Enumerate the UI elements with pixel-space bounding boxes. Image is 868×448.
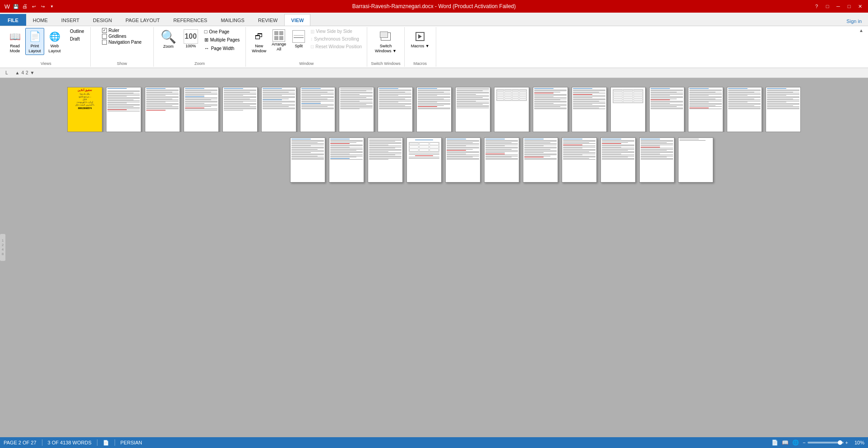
save-button[interactable]: 💾	[12, 2, 20, 10]
tab-mailings[interactable]: MAILINGS	[214, 14, 251, 26]
view-side-by-side-button[interactable]: ▥ View Side by Side	[309, 28, 363, 35]
status-sep-3	[115, 439, 115, 446]
page-thumb-28[interactable]	[600, 137, 636, 183]
page-thumb-3[interactable]	[145, 87, 180, 132]
page-26-content	[523, 138, 558, 160]
quick-access-toolbar: W 💾 🖨 ↩ ↪ ▼	[4, 2, 56, 10]
reset-window-button[interactable]: ⊡ Reset Window Position	[309, 43, 363, 50]
tab-home[interactable]: HOME	[26, 14, 55, 26]
page-thumb-1[interactable]: تحقیق آنلاین بانک داده‌هامرجع دانلود...ف…	[67, 87, 102, 132]
macros-group-label: Macros	[413, 60, 427, 66]
zoom-slider-container: − +	[803, 440, 848, 445]
page-thumb-16[interactable]	[649, 87, 684, 132]
page-9-content	[378, 87, 412, 110]
zoom-button[interactable]: 🔍 Zoom	[157, 28, 180, 50]
gridlines-checkbox[interactable]: Gridlines	[102, 34, 141, 39]
ruler-label: Ruler	[108, 28, 119, 33]
close-button[interactable]: ✕	[855, 2, 864, 10]
ribbon-display-button[interactable]: □	[823, 2, 832, 10]
arrange-all-button[interactable]: ArrangeAll	[269, 28, 288, 53]
zoom-100-button[interactable]: 100 100%	[180, 28, 201, 50]
nav-pane-checkbox[interactable]: Navigation Pane	[102, 40, 141, 45]
page-thumb-25[interactable]	[484, 137, 519, 183]
zoom-level[interactable]: 10%	[852, 440, 864, 445]
page-thumb-7[interactable]	[300, 87, 335, 132]
zoom-slider[interactable]	[808, 442, 844, 443]
page-thumb-4[interactable]	[184, 87, 219, 132]
minimize-button[interactable]: ─	[834, 2, 843, 10]
print-view-btn[interactable]: 📄	[771, 439, 778, 446]
new-window-button[interactable]: 🗗 NewWindow	[249, 28, 268, 55]
page-thumb-6[interactable]	[261, 87, 296, 132]
page-30-content	[679, 138, 713, 142]
macros-button[interactable]: Macros ▼	[409, 28, 432, 50]
page-thumb-13[interactable]	[533, 87, 568, 132]
page-thumb-22[interactable]	[368, 137, 403, 183]
zoom-out-btn[interactable]: −	[803, 440, 805, 445]
page-thumb-8[interactable]	[339, 87, 374, 132]
outline-button[interactable]: Outline	[65, 28, 87, 35]
nav-pane-label: Navigation Pane	[108, 40, 141, 45]
page-thumb-2[interactable]	[106, 87, 141, 132]
read-mode-button[interactable]: 📖 ReadMode	[5, 28, 24, 55]
page-thumb-14[interactable]	[572, 87, 607, 132]
zoom-in-btn[interactable]: +	[845, 440, 848, 445]
tab-file[interactable]: FILE	[0, 14, 26, 26]
web-layout-button[interactable]: 🌐 WebLayout	[45, 28, 64, 55]
page-thumb-17[interactable]	[688, 87, 723, 132]
redo-button[interactable]: ↪	[39, 2, 47, 10]
page-thumb-27[interactable]	[562, 137, 597, 183]
one-page-button[interactable]: □ One Page	[202, 28, 242, 35]
page-thumb-10[interactable]	[416, 87, 452, 132]
show-items: Ruler Gridlines Navigation Pane	[102, 28, 141, 60]
page-info: PAGE 2 OF 27	[4, 440, 37, 445]
page-thumb-11[interactable]	[455, 87, 490, 132]
page-thumb-19[interactable]	[766, 87, 801, 132]
tab-references[interactable]: REFERENCES	[166, 14, 214, 26]
page-thumb-9[interactable]	[378, 87, 413, 132]
print-layout-button[interactable]: 📄 PrintLayout	[25, 28, 44, 55]
qa-dropdown[interactable]: ▼	[48, 2, 56, 10]
page-width-button[interactable]: ↔ Page Width	[202, 45, 242, 52]
web-view-btn[interactable]: 🌐	[792, 439, 799, 446]
tab-pagelayout[interactable]: PAGE LAYOUT	[119, 14, 166, 26]
tab-design[interactable]: DESIGN	[86, 14, 119, 26]
page-nav-up[interactable]: ▲	[15, 70, 20, 75]
switch-items: SwitchWindows ▼	[373, 28, 399, 60]
signin-button[interactable]: Sign in	[840, 17, 868, 26]
page-thumb-29[interactable]	[639, 137, 674, 183]
split-button[interactable]: Split	[289, 28, 308, 50]
tab-view[interactable]: VIEW	[284, 14, 310, 26]
page-thumb-18[interactable]	[727, 87, 762, 132]
page-thumb-30[interactable]	[678, 137, 713, 183]
page-thumb-23[interactable]	[406, 137, 442, 183]
page-thumb-24[interactable]	[445, 137, 480, 183]
multiple-pages-button[interactable]: ⊞ Multiple Pages	[202, 36, 242, 44]
help-button[interactable]: ?	[812, 2, 821, 10]
page-thumb-20[interactable]	[290, 137, 325, 183]
ribbon-collapse-button[interactable]: ▲	[856, 27, 866, 67]
page-thumb-5[interactable]	[222, 87, 258, 132]
page-20-content	[291, 138, 325, 160]
page-thumb-15[interactable]	[610, 87, 646, 132]
tab-insert[interactable]: INSERT	[55, 14, 86, 26]
page-thumb-12[interactable]	[494, 87, 529, 132]
tab-review[interactable]: REVIEW	[251, 14, 284, 26]
switch-windows-button[interactable]: SwitchWindows ▼	[373, 28, 399, 55]
sync-scrolling-button[interactable]: ↕ Synchronous Scrolling	[309, 36, 363, 42]
sync-scrolling-label: Synchronous Scrolling	[314, 37, 359, 41]
page-24-content	[446, 138, 480, 160]
print-button[interactable]: 🖨	[21, 2, 29, 10]
read-view-btn[interactable]: 📖	[782, 439, 789, 446]
undo-button[interactable]: ↩	[30, 2, 38, 10]
page-thumb-21[interactable]	[329, 137, 364, 183]
ruler-checkbox[interactable]: Ruler	[102, 28, 141, 33]
page-thumb-26[interactable]	[523, 137, 558, 183]
page-18-content	[727, 87, 762, 110]
page-12-table	[496, 89, 527, 101]
page-number-display: 4	[21, 70, 24, 75]
page-nav-down[interactable]: ▼	[30, 70, 35, 75]
draft-button[interactable]: Draft	[65, 36, 87, 42]
page-6-content	[262, 87, 296, 110]
maximize-button[interactable]: □	[845, 2, 854, 10]
